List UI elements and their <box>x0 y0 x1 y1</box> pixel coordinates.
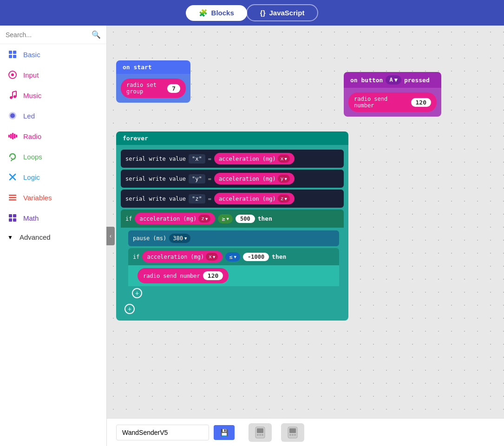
accel-z-block[interactable]: acceleration (mg) z ▼ <box>214 193 295 204</box>
inner-if-add-button[interactable]: + <box>132 288 142 298</box>
header: 🧩 Blocks {} JavaScript <box>0 0 504 26</box>
sim-device-1 <box>249 423 272 442</box>
radio-set-group-block[interactable]: radio set group 7 <box>121 79 186 98</box>
on-button-body: radio send number 120 <box>344 88 441 117</box>
blocks-icon: 🧩 <box>199 9 208 17</box>
input-label: Input <box>23 71 39 79</box>
svg-point-34 <box>294 434 296 436</box>
radio-send-number-block[interactable]: radio send number 120 <box>348 92 437 112</box>
threshold-500[interactable]: 500 <box>236 215 255 223</box>
svg-rect-24 <box>13 218 16 222</box>
sidebar-item-input[interactable]: Input <box>0 65 106 85</box>
serial-write-z: serial write value "z" = acceleration (m… <box>121 190 344 208</box>
svg-rect-22 <box>13 214 16 217</box>
forever-header: forever <box>116 131 348 145</box>
if-accel-z[interactable]: acceleration (mg) z ▼ <box>135 213 215 224</box>
svg-rect-31 <box>289 428 296 433</box>
input-icon <box>7 70 18 80</box>
loops-label: Loops <box>23 153 42 161</box>
sidebar-item-radio[interactable]: Radio <box>0 126 106 146</box>
radio-icon <box>7 131 18 141</box>
tab-blocks[interactable]: 🧩 Blocks <box>186 5 247 21</box>
sidebar-item-basic[interactable]: Basic <box>0 44 106 65</box>
radio-send-value[interactable]: 120 <box>411 98 431 107</box>
pause-dropdown[interactable]: 380 ▼ <box>169 234 190 243</box>
le-dropdown[interactable]: ≤ ▼ <box>225 252 240 262</box>
sim-device-2 <box>281 423 304 442</box>
svg-rect-18 <box>9 195 16 196</box>
js-tab-label: JavaScript <box>269 9 305 17</box>
ge-dropdown[interactable]: ≥ ▼ <box>218 214 233 223</box>
svg-point-33 <box>292 434 294 436</box>
svg-rect-26 <box>257 428 263 433</box>
tab-javascript[interactable]: {} JavaScript <box>246 4 319 21</box>
radio-group-value[interactable]: 7 <box>167 84 180 93</box>
led-label: Led <box>23 112 35 120</box>
canvas-area[interactable]: on start radio set group 7 on button A ▼… <box>107 26 504 446</box>
advanced-label: Advanced <box>20 233 51 241</box>
svg-point-12 <box>10 113 15 118</box>
on-start-block: on start radio set group 7 <box>116 60 190 103</box>
search-input[interactable] <box>6 31 92 39</box>
js-icon: {} <box>260 9 266 17</box>
accel-y-block[interactable]: acceleration (mg) y ▼ <box>214 173 295 184</box>
sidebar-item-math[interactable]: Math <box>0 208 106 228</box>
svg-rect-19 <box>9 197 16 198</box>
bottom-bar: 💾 <box>107 418 504 446</box>
logic-label: Logic <box>23 173 40 181</box>
on-start-header: on start <box>116 60 190 74</box>
svg-point-27 <box>257 434 259 436</box>
sidebar-item-advanced[interactable]: ▼ Advanced <box>0 228 106 246</box>
logic-icon <box>7 172 18 182</box>
svg-rect-23 <box>9 218 12 222</box>
svg-rect-13 <box>8 135 10 138</box>
inner-accel-x[interactable]: acceleration (mg) x ▼ <box>142 251 223 262</box>
svg-rect-1 <box>13 51 16 54</box>
simulator-devices <box>249 423 304 442</box>
serial-write-y: serial write value "y" = acceleration (m… <box>121 170 344 188</box>
svg-point-5 <box>11 73 14 76</box>
serial-write-x: serial write value "x" = acceleration (m… <box>121 150 344 168</box>
inner-radio-send[interactable]: radio send number 120 <box>137 268 229 283</box>
svg-line-9 <box>13 91 16 92</box>
outer-if-add-button[interactable]: + <box>124 304 135 314</box>
sidebar-toggle[interactable]: ‹ <box>106 227 115 245</box>
music-label: Music <box>23 92 41 99</box>
led-icon <box>7 111 18 121</box>
save-button[interactable]: 💾 <box>214 425 235 440</box>
sidebar-item-variables[interactable]: Variables <box>0 187 106 208</box>
sidebar-item-logic[interactable]: Logic <box>0 167 106 187</box>
svg-rect-20 <box>9 199 16 201</box>
svg-rect-2 <box>9 55 12 58</box>
basic-icon <box>7 49 18 59</box>
neg-1000-value[interactable]: -1000 <box>243 253 269 261</box>
sidebar-item-loops[interactable]: Loops <box>0 146 106 167</box>
sidebar-item-music[interactable]: Music <box>0 85 106 105</box>
radio-label: Radio <box>23 132 41 140</box>
project-name-input[interactable] <box>116 425 209 440</box>
svg-rect-16 <box>14 134 15 138</box>
math-label: Math <box>23 214 39 222</box>
search-bar: 🔍 <box>0 26 106 44</box>
search-icon[interactable]: 🔍 <box>92 30 101 39</box>
svg-rect-15 <box>12 133 13 139</box>
accel-x-block[interactable]: acceleration (mg) x ▼ <box>214 153 295 164</box>
inner-if-block: if acceleration (mg) x ▼ ≤ ▼ -1000 then <box>128 248 339 265</box>
blocks-tab-label: Blocks <box>211 9 234 17</box>
sidebar-item-led[interactable]: Led <box>0 105 106 126</box>
svg-point-28 <box>259 434 261 436</box>
main-layout: 🔍 Basic Input Music <box>0 26 504 446</box>
svg-point-29 <box>262 434 263 436</box>
variables-label: Variables <box>23 194 52 202</box>
music-icon <box>7 90 18 100</box>
svg-rect-17 <box>16 135 17 138</box>
math-icon <box>7 213 18 223</box>
svg-rect-0 <box>9 51 12 54</box>
if-z-block: if acceleration (mg) z ▼ ≥ ▼ 500 then <box>121 210 344 228</box>
on-start-body: radio set group 7 <box>116 74 190 103</box>
button-a-dropdown[interactable]: A ▼ <box>386 75 401 85</box>
svg-rect-3 <box>13 55 16 58</box>
pause-block: pause (ms) 380 ▼ <box>128 230 339 246</box>
sidebar: 🔍 Basic Input Music <box>0 26 107 446</box>
forever-block: forever serial write value "x" = acceler… <box>116 131 348 321</box>
